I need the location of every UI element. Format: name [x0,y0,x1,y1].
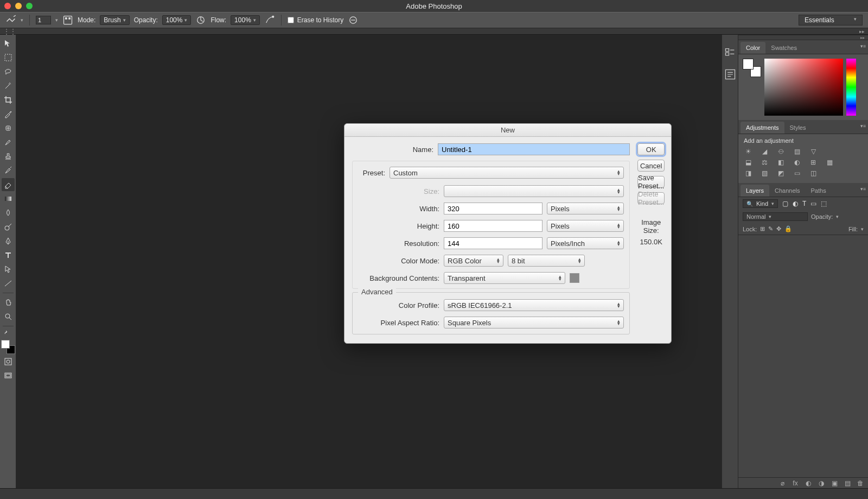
width-input[interactable] [444,203,542,214]
mixer-icon[interactable]: ⊞ [809,158,818,167]
layers-list[interactable]: ⌀ fx ◐ ◑ ▣ ▤ 🗑 [738,235,868,488]
pressure-opacity-icon[interactable] [195,15,206,26]
trash-icon[interactable]: 🗑 [856,479,865,488]
chevron-down-icon[interactable]: ▾ [55,17,58,23]
tab-adjustments[interactable]: Adjustments [741,122,784,134]
fg-swatch[interactable] [743,59,754,70]
gradientmap-icon[interactable]: ▭ [793,169,801,178]
foreground-background-swatches[interactable] [1,340,15,354]
blendmode-dropdown[interactable]: Normal ▾ [743,212,808,221]
name-input[interactable] [438,143,630,155]
fx-icon[interactable]: fx [791,479,800,488]
zoom-tool[interactable] [2,310,15,323]
balance-icon[interactable]: ⚖ [760,158,769,167]
resolution-input[interactable] [444,237,542,249]
tab-swatches[interactable]: Swatches [765,42,802,54]
shape-tool[interactable] [2,277,15,290]
panel-menu-icon[interactable]: ▾≡ [860,186,866,192]
tab-layers[interactable]: Layers [741,185,769,197]
move-tool[interactable] [2,37,15,50]
workspace-dropdown[interactable]: Essentials ▾ [799,15,863,26]
history-brush-tool[interactable] [2,164,15,177]
crop-tool[interactable] [2,93,15,106]
brush-panel-icon[interactable] [62,15,73,26]
curves-icon[interactable]: ⦵ [776,147,785,156]
path-select-tool[interactable] [2,263,15,276]
screenmode-tool[interactable] [2,369,15,382]
link-layers-icon[interactable]: ⌀ [778,479,787,488]
lock-all-icon[interactable]: 🔒 [784,225,792,232]
erase-to-history-checkbox[interactable]: Erase to History [288,16,343,24]
history-panel-icon[interactable] [724,47,736,59]
healing-tool[interactable] [2,122,15,135]
canvas-area[interactable]: New Name: Preset: Custom ▴▾ [16,35,722,488]
hue-icon[interactable]: ⬓ [744,158,752,167]
tab-paths[interactable]: Paths [806,185,832,197]
cancel-button[interactable]: Cancel [637,160,665,172]
type-tool[interactable] [2,249,15,262]
airbrush-icon[interactable] [264,15,275,26]
foreground-color-swatch[interactable] [1,340,10,349]
brightness-icon[interactable]: ☀ [744,147,752,156]
swap-colors-icon[interactable] [2,329,15,337]
selective-icon[interactable]: ◫ [809,169,818,178]
panel-menu-icon[interactable]: ▾≡ [860,43,866,49]
height-input[interactable] [444,220,542,232]
lock-trans-icon[interactable]: ⊞ [760,225,765,232]
width-unit-dropdown[interactable]: Pixels ▴▾ [547,203,624,214]
par-dropdown[interactable]: Square Pixels ▴▾ [444,317,624,329]
tab-styles[interactable]: Styles [784,122,812,134]
mask-icon[interactable]: ◐ [804,479,813,488]
colorprofile-dropdown[interactable]: sRGB IEC61966-2.1 ▴▾ [444,299,624,311]
eyedropper-tool[interactable] [2,108,15,121]
blur-tool[interactable] [2,206,15,219]
group-icon[interactable]: ▣ [830,479,839,488]
filter-image-icon[interactable]: ▢ [782,200,788,207]
vibrance-icon[interactable]: ▽ [809,147,818,156]
mode-dropdown[interactable]: Brush ▾ [100,15,129,25]
newlayer-icon[interactable]: ▤ [843,479,852,488]
tab-channels[interactable]: Channels [769,185,805,197]
gradient-tool[interactable] [2,192,15,205]
eraser-tool[interactable] [2,178,15,191]
exposure-icon[interactable]: ▤ [793,147,801,156]
magic-wand-tool[interactable] [2,79,15,92]
brush-size-input[interactable] [36,16,51,24]
threshold-icon[interactable]: ◩ [776,169,785,178]
marquee-tool[interactable] [2,51,15,64]
opacity-dropdown[interactable]: 100% ▾ [162,15,192,25]
tab-color[interactable]: Color [741,42,765,54]
properties-panel-icon[interactable] [724,68,736,80]
ok-button[interactable]: OK [637,143,665,155]
collapse-icon[interactable]: ▸▸ [859,29,865,34]
adjlayer-icon[interactable]: ◑ [817,479,826,488]
posterize-icon[interactable]: ▧ [760,169,769,178]
filter-type-icon[interactable]: T [802,200,806,207]
brush-tool[interactable] [2,136,15,149]
bw-icon[interactable]: ◧ [776,158,785,167]
photofilter-icon[interactable]: ◐ [793,158,801,167]
pen-tool[interactable] [2,235,15,248]
layer-filter-dropdown[interactable]: 🔍 Kind ▾ [743,199,778,208]
filter-shape-icon[interactable]: ▭ [810,200,816,207]
hue-slider[interactable] [846,59,856,116]
invert-icon[interactable]: ◨ [744,169,752,178]
lock-pos-icon[interactable]: ✥ [776,225,781,232]
save-preset-button[interactable]: Save Preset... [637,176,665,188]
colormode-dropdown[interactable]: RGB Color ▴▾ [444,255,503,267]
bgcolor-swatch[interactable] [570,273,579,283]
lasso-tool[interactable] [2,65,15,78]
panel-collapse-strip[interactable]: ▸▸ [738,35,868,40]
height-unit-dropdown[interactable]: Pixels ▴▾ [547,220,624,232]
hand-tool[interactable] [2,296,15,309]
colordepth-dropdown[interactable]: 8 bit ▴▾ [508,255,585,267]
preset-dropdown[interactable]: Custom ▴▾ [390,167,624,179]
quickmask-tool[interactable] [2,355,15,368]
panel-menu-icon[interactable]: ▾≡ [860,123,866,129]
opacity-chevron[interactable]: ▾ [836,214,839,219]
filter-smart-icon[interactable]: ⬚ [821,200,827,207]
pressure-size-icon[interactable] [348,15,359,26]
tool-preset-icon[interactable] [5,15,16,26]
bgcontents-dropdown[interactable]: Transparent ▴▾ [444,272,565,284]
resolution-unit-dropdown[interactable]: Pixels/Inch ▴▾ [547,237,624,249]
